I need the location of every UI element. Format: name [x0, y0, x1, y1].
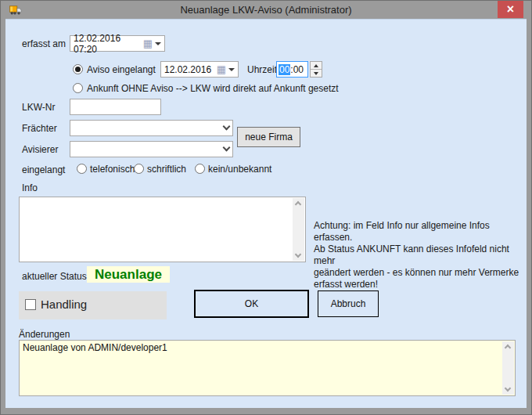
aktueller-status-label: aktueller Status	[22, 271, 87, 282]
erfasst-am-value: 12.02.2016 07:20	[74, 33, 143, 55]
fraechter-label: Frächter	[22, 123, 57, 134]
spinner-down-icon	[314, 72, 318, 75]
aviso-date-value: 12.02.2016	[164, 64, 217, 75]
spinner-up-icon	[314, 64, 318, 67]
abbruch-button-label: Abbruch	[331, 298, 366, 309]
neue-firma-button[interactable]: neue Firma	[237, 127, 300, 147]
aviso-eingelangt-label[interactable]: Aviso eingelangt	[87, 64, 156, 75]
time-spinner	[310, 61, 322, 78]
radio-ankunft-ohne-aviso[interactable]	[73, 83, 83, 93]
dropdown-arrow-icon[interactable]	[228, 68, 235, 71]
uhrzeit-label: Uhrzeit	[247, 64, 277, 75]
lkw-nr-label: LKW-Nr	[22, 102, 55, 113]
ok-button[interactable]: OK	[194, 290, 309, 318]
scroll-down-icon[interactable]	[295, 251, 301, 258]
scroll-up-icon[interactable]	[505, 345, 511, 351]
time-hours-selected[interactable]: 00	[279, 64, 290, 75]
abbruch-button[interactable]: Abbruch	[318, 290, 379, 317]
radio-kein-unbekannt[interactable]	[195, 164, 205, 174]
info-label: Info	[22, 182, 38, 193]
fraechter-combobox[interactable]	[70, 120, 233, 136]
radio-telefonisch[interactable]	[77, 164, 87, 174]
eingelangt-label: eingelangt	[22, 164, 65, 175]
schriftlich-label[interactable]: schriftlich	[147, 164, 186, 175]
handling-label[interactable]: Handling	[41, 298, 87, 311]
erfasst-am-datetime-picker[interactable]: 12.02.2016 07:20 ▦	[70, 35, 165, 52]
handling-checkbox[interactable]	[25, 299, 36, 310]
chevron-down-icon[interactable]	[223, 123, 231, 131]
status-badge: Neuanlage	[87, 266, 170, 283]
calendar-icon: ▦	[143, 40, 153, 48]
dialog-content: erfasst am 12.02.2016 07:20 ▦ Aviso eing…	[5, 19, 527, 408]
info-scrollbar[interactable]	[293, 198, 304, 261]
dropdown-arrow-icon[interactable]	[155, 42, 161, 45]
neue-firma-button-label: neue Firma	[245, 132, 293, 143]
truck-icon	[8, 5, 23, 18]
lkw-nr-input[interactable]	[70, 99, 161, 115]
uhrzeit-time-input[interactable]: 00 :00	[276, 61, 308, 78]
ankunft-ohne-aviso-label[interactable]: Ankunft OHNE Aviso --> LKW wird direkt a…	[87, 83, 339, 94]
telefonisch-label[interactable]: telefonisch	[90, 164, 135, 175]
ok-button-label: OK	[245, 298, 258, 309]
scroll-up-icon[interactable]	[295, 201, 301, 208]
close-button[interactable]: ×	[498, 1, 523, 18]
lkw-aviso-dialog: Neuanlage LKW-Aviso (Administrator) × er…	[0, 0, 532, 415]
time-minutes[interactable]: :00	[290, 64, 304, 75]
spinner-up-button[interactable]	[311, 62, 322, 69]
erfasst-am-label: erfasst am	[22, 38, 66, 49]
window-title: Neuanlage LKW-Aviso (Administrator)	[180, 4, 351, 16]
aenderungen-textarea[interactable]: Neuanlage von ADMIN/developer1	[19, 340, 516, 396]
aenderungen-scrollbar[interactable]	[502, 341, 514, 395]
info-warning-text: Achtung: im Feld Info nur allgemeine Inf…	[314, 220, 529, 290]
avisierer-label: Avisierer	[22, 144, 58, 155]
info-textarea[interactable]	[19, 197, 306, 262]
radio-schriftlich[interactable]	[134, 164, 144, 174]
scroll-down-icon[interactable]	[505, 385, 511, 392]
chevron-down-icon[interactable]	[223, 144, 231, 152]
spinner-down-button[interactable]	[311, 69, 322, 77]
close-icon: ×	[507, 2, 514, 16]
aviso-date-picker[interactable]: 12.02.2016 ▦	[160, 61, 239, 78]
calendar-icon: ▦	[217, 66, 226, 74]
titlebar: Neuanlage LKW-Aviso (Administrator) ×	[1, 1, 531, 19]
aenderungen-label: Änderungen	[19, 329, 70, 340]
kein-unbekannt-label[interactable]: kein/unbekannt	[208, 164, 271, 175]
aenderungen-value: Neuanlage von ADMIN/developer1	[23, 342, 167, 353]
radio-aviso-eingelangt[interactable]	[73, 64, 83, 74]
avisierer-combobox[interactable]	[70, 141, 233, 157]
